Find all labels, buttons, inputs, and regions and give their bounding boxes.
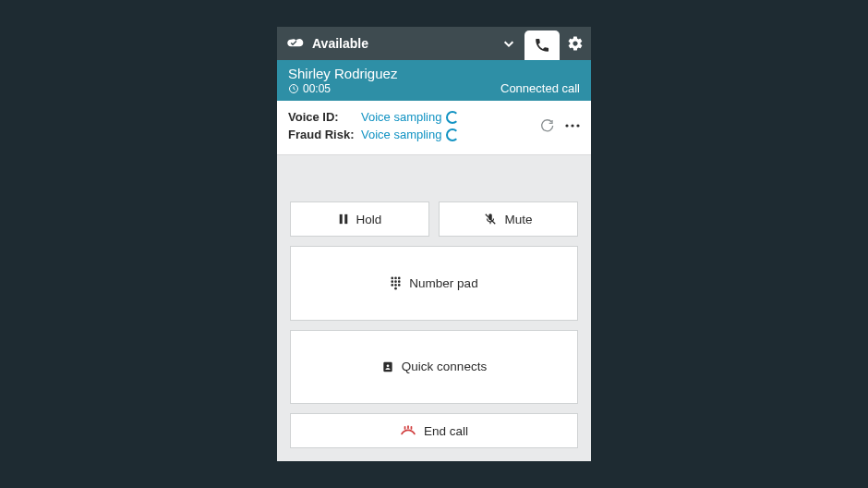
fraud-risk-label: Fraud Risk: bbox=[288, 128, 357, 141]
voice-id-label: Voice ID: bbox=[288, 110, 357, 124]
contact-control-panel: Available Shirl bbox=[277, 27, 591, 461]
chevron-down-icon bbox=[502, 37, 515, 50]
spinner-icon bbox=[446, 128, 459, 141]
availability-icon bbox=[286, 37, 305, 50]
end-call-label: End call bbox=[424, 424, 468, 438]
contacts-icon bbox=[381, 360, 394, 373]
svg-point-3 bbox=[576, 124, 579, 127]
svg-rect-5 bbox=[344, 214, 347, 224]
svg-point-10 bbox=[392, 280, 394, 283]
status-dropdown-toggle[interactable] bbox=[493, 27, 524, 60]
quick-connects-button[interactable]: Quick connects bbox=[290, 330, 578, 405]
svg-point-18 bbox=[386, 364, 389, 367]
hold-button-label: Hold bbox=[356, 213, 382, 226]
svg-point-8 bbox=[395, 276, 398, 279]
gear-icon bbox=[567, 35, 584, 52]
fraud-risk-value-text: Voice sampling bbox=[361, 128, 441, 141]
caller-name: Shirley Rodriguez bbox=[288, 66, 397, 81]
phone-icon bbox=[534, 37, 550, 54]
fraud-risk-value: Voice sampling bbox=[361, 128, 459, 141]
voice-id-value: Voice sampling bbox=[361, 110, 459, 124]
top-bar: Available bbox=[277, 27, 591, 60]
mute-button[interactable]: Mute bbox=[439, 201, 578, 237]
svg-point-2 bbox=[571, 124, 573, 127]
quick-connects-label: Quick connects bbox=[402, 360, 487, 373]
svg-point-15 bbox=[398, 284, 401, 287]
number-pad-label: Number pad bbox=[409, 276, 477, 290]
svg-point-7 bbox=[392, 276, 394, 279]
voice-id-panel: Voice ID: Voice sampling Fraud bbox=[277, 101, 591, 155]
svg-point-16 bbox=[395, 287, 398, 290]
agent-status-label: Available bbox=[312, 36, 368, 51]
svg-rect-4 bbox=[339, 214, 342, 224]
svg-point-13 bbox=[392, 284, 394, 287]
phone-tab[interactable] bbox=[524, 30, 560, 60]
refresh-button[interactable] bbox=[539, 118, 554, 133]
call-timer: 00:05 bbox=[288, 82, 397, 95]
end-call-icon bbox=[400, 424, 416, 437]
svg-point-9 bbox=[398, 276, 401, 279]
dialpad-icon bbox=[390, 276, 402, 290]
svg-point-12 bbox=[398, 280, 401, 283]
call-status: Connected call bbox=[500, 81, 580, 95]
mute-button-label: Mute bbox=[504, 213, 532, 226]
mic-off-icon bbox=[484, 213, 497, 226]
number-pad-button[interactable]: Number pad bbox=[290, 246, 578, 321]
pause-icon bbox=[338, 214, 349, 225]
more-actions-button[interactable] bbox=[565, 124, 580, 128]
end-call-button[interactable]: End call bbox=[290, 413, 578, 448]
svg-point-14 bbox=[395, 284, 398, 287]
svg-point-1 bbox=[565, 124, 568, 127]
caller-info-left: Shirley Rodriguez 00:05 bbox=[288, 66, 397, 95]
call-actions-area: Hold Mute bbox=[277, 155, 591, 461]
hold-button[interactable]: Hold bbox=[290, 201, 429, 237]
caller-info-bar: Shirley Rodriguez 00:05 Connected call bbox=[277, 60, 591, 101]
clock-icon bbox=[288, 83, 299, 94]
svg-point-11 bbox=[395, 280, 398, 283]
call-timer-value: 00:05 bbox=[303, 82, 331, 95]
agent-status-selector[interactable]: Available bbox=[277, 27, 493, 60]
settings-tab[interactable] bbox=[560, 27, 591, 60]
voice-id-value-text: Voice sampling bbox=[361, 110, 441, 124]
spinner-icon bbox=[446, 111, 459, 124]
